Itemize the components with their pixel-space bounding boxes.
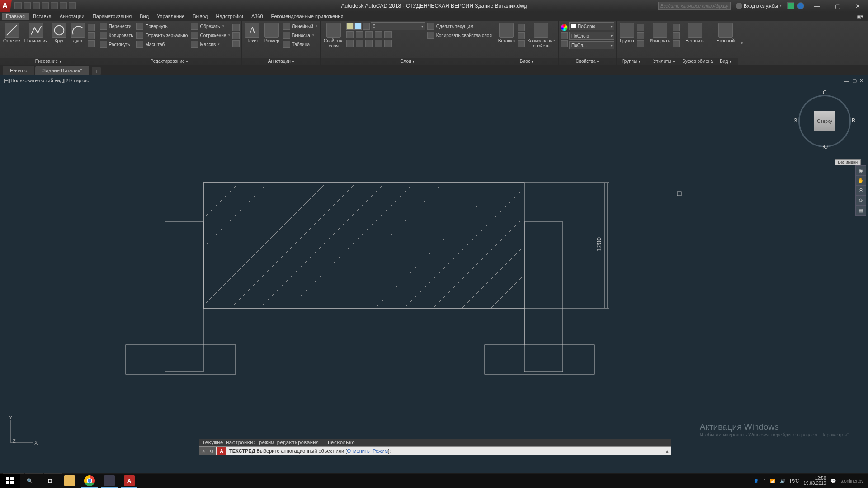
- create-block-icon[interactable]: [518, 24, 525, 31]
- stretch-button[interactable]: Растянуть: [99, 40, 134, 48]
- layer-dropdown[interactable]: 0: [371, 22, 425, 30]
- color-wheel-icon[interactable]: [561, 24, 568, 31]
- make-current-button[interactable]: Сделать текущим: [426, 22, 493, 30]
- table-button[interactable]: Таблица: [282, 40, 318, 48]
- mirror-button[interactable]: Отразить зеркально: [135, 31, 189, 39]
- panel-props-title[interactable]: Свойства ▾: [559, 58, 616, 65]
- base-view-button[interactable]: Базовый: [715, 22, 736, 44]
- dimension-text[interactable]: 1200: [595, 237, 603, 251]
- insert-block-button[interactable]: Вставка: [497, 22, 516, 44]
- ribbon-scroll-right[interactable]: ▸: [738, 21, 746, 65]
- array-button[interactable]: Массив▾: [190, 40, 231, 48]
- cmdline-close-icon[interactable]: ✕: [199, 447, 208, 455]
- match-props-button[interactable]: Копирование свойств: [526, 22, 557, 49]
- color-dropdown[interactable]: ПоСлою: [569, 22, 614, 30]
- panel-modify-title[interactable]: Редактирование ▾: [97, 58, 242, 65]
- menu-a360[interactable]: A360: [247, 13, 267, 20]
- layer-tool-icon[interactable]: [356, 40, 363, 47]
- panel-layers-title[interactable]: Слои ▾: [321, 58, 495, 65]
- panel-annot-title[interactable]: Аннотации ▾: [242, 58, 320, 65]
- linetype-dropdown[interactable]: ПоСл...: [569, 41, 614, 49]
- erase-icon[interactable]: [232, 24, 240, 31]
- linetype-icon[interactable]: [561, 40, 568, 47]
- tray-people-icon[interactable]: 👤: [753, 479, 759, 483]
- help-icon[interactable]: [797, 2, 804, 9]
- qat-open-icon[interactable]: [24, 2, 31, 9]
- menu-view[interactable]: Вид: [136, 13, 153, 20]
- close-button[interactable]: ✕: [848, 0, 868, 12]
- layer-props-button[interactable]: Свойства слоя: [322, 22, 345, 49]
- linear-dim-button[interactable]: Линейный▾: [282, 22, 318, 30]
- move-button[interactable]: Перенести: [99, 22, 134, 30]
- copy-button[interactable]: Копировать: [99, 31, 134, 39]
- search-icon[interactable]: 🔍: [20, 474, 40, 488]
- layer-bulb-icon[interactable]: [346, 23, 354, 30]
- layer-tool-icon[interactable]: [375, 40, 382, 47]
- lineweight-dropdown[interactable]: ПоСлою: [569, 32, 614, 40]
- menu-insert[interactable]: Вставка: [29, 13, 56, 20]
- taskbar-autocad[interactable]: A: [119, 474, 139, 488]
- select-all-icon[interactable]: [673, 24, 680, 31]
- qat-print-icon[interactable]: [51, 2, 58, 9]
- tray-network-icon[interactable]: 📶: [770, 479, 775, 483]
- taskbar-chrome[interactable]: [80, 474, 99, 488]
- menu-addins[interactable]: Надстройки: [212, 13, 247, 20]
- menu-annotate[interactable]: Аннотации: [56, 13, 89, 20]
- edit-attr-icon[interactable]: [518, 40, 525, 47]
- tray-chevron-up-icon[interactable]: ˄: [763, 479, 765, 483]
- tab-start[interactable]: Начало: [3, 66, 34, 75]
- panel-utils-title[interactable]: Утилиты ▾: [646, 58, 682, 65]
- tray-clock[interactable]: 12:58 19.03.2019: [803, 476, 826, 486]
- qat-redo-icon[interactable]: [69, 2, 76, 9]
- start-button[interactable]: [0, 474, 20, 488]
- exchange-icon[interactable]: [787, 2, 794, 9]
- fillet-button[interactable]: Сопряжение▾: [190, 31, 231, 39]
- panel-toggle-icon[interactable]: ▣▾: [856, 14, 863, 19]
- qat-new-icon[interactable]: [14, 2, 22, 9]
- layer-tool-icon[interactable]: [365, 40, 373, 47]
- leader-button[interactable]: Выноска▾: [282, 31, 318, 39]
- taskbar-explorer[interactable]: [60, 474, 80, 488]
- menu-featured[interactable]: Рекомендованные приложения: [267, 13, 348, 20]
- scale-button[interactable]: Масштаб: [135, 40, 189, 48]
- quickcalc-icon[interactable]: [673, 32, 680, 39]
- layer-tool-icon[interactable]: [346, 40, 354, 47]
- paste-button[interactable]: Вставить: [684, 22, 706, 44]
- circle-button[interactable]: Круг: [51, 22, 68, 44]
- ungroup-icon[interactable]: [637, 24, 644, 31]
- layer-tool-icon[interactable]: [356, 31, 363, 38]
- group-bbox-icon[interactable]: [637, 40, 644, 47]
- maximize-button[interactable]: ▢: [827, 0, 848, 12]
- panel-groups-title[interactable]: Группы ▾: [617, 58, 646, 65]
- minimize-button[interactable]: —: [807, 0, 827, 12]
- ellipse-icon[interactable]: [88, 32, 95, 39]
- layer-tool-icon[interactable]: [384, 40, 392, 47]
- tab-current-file[interactable]: Здание Виталик*: [35, 66, 89, 75]
- hatch-icon[interactable]: [88, 40, 95, 47]
- menu-parametric[interactable]: Параметризация: [89, 13, 136, 20]
- dimension-button[interactable]: Размер: [262, 22, 280, 44]
- qat-saveas-icon[interactable]: [42, 2, 49, 9]
- command-input[interactable]: ТЕКСТРЕД Выберите аннотационный объект и…: [227, 448, 664, 454]
- offset-icon[interactable]: [232, 40, 240, 47]
- text-button[interactable]: AТекст: [244, 22, 261, 44]
- search-input[interactable]: [658, 2, 731, 10]
- measure-button[interactable]: Измерить: [648, 22, 671, 44]
- layer-tool-icon[interactable]: [375, 31, 382, 38]
- trim-button[interactable]: Обрезать▾: [190, 22, 231, 30]
- menu-manage[interactable]: Управление: [153, 13, 189, 20]
- panel-clip-title[interactable]: Буфер обмена: [682, 58, 713, 65]
- cmd-option-mode[interactable]: Режим: [373, 448, 388, 454]
- ucs-icon[interactable]: X Y Z: [6, 416, 38, 447]
- rectangle-icon[interactable]: [88, 24, 95, 31]
- layer-tool-icon[interactable]: [346, 31, 354, 38]
- qat-undo-icon[interactable]: [60, 2, 67, 9]
- group-edit-icon[interactable]: [637, 32, 644, 39]
- rotate-button[interactable]: Повернуть: [135, 22, 189, 30]
- layer-freeze-icon[interactable]: [354, 23, 362, 30]
- line-button[interactable]: Отрезок: [2, 22, 22, 44]
- drawing-canvas[interactable]: 1200: [0, 75, 868, 473]
- arc-button[interactable]: Дуга: [69, 22, 86, 44]
- point-icon[interactable]: [673, 40, 680, 47]
- taskbar-app-1[interactable]: [99, 474, 119, 488]
